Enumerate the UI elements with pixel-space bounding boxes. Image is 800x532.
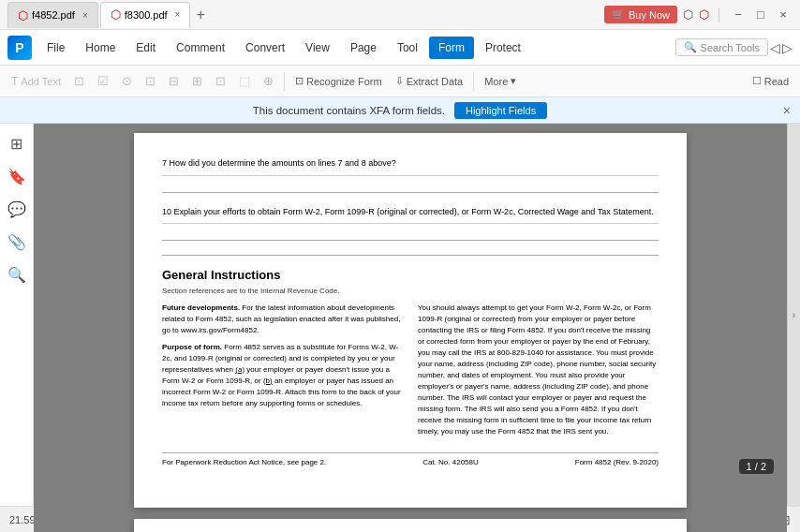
toolbar-icon-btn-4[interactable]: ⊡ <box>140 71 161 91</box>
toolbar-icon-btn-2[interactable]: ☑ <box>92 71 114 91</box>
tab-icon2: ⬡ <box>111 7 121 22</box>
pdf-footer: For Paperwork Reduction Act Notice, see … <box>162 452 659 467</box>
maximize-button[interactable]: □ <box>751 7 770 22</box>
title-bar-left: ⬡ f4852.pdf × ⬡ f8300.pdf × + <box>7 2 209 28</box>
close-button[interactable]: × <box>774 7 793 22</box>
menu-bar: P File Home Edit Comment Convert View Pa… <box>0 30 800 66</box>
toolbar-icon-btn-5[interactable]: ⊟ <box>163 71 185 91</box>
tab-close-1[interactable]: × <box>82 10 88 21</box>
pdf-page-2: Form 4852 (Rev. 9-2020) Page 2 If you re… <box>134 519 687 532</box>
notification-bar: This document contains XFA form fields. … <box>0 97 800 124</box>
toolbar-icon-btn-7[interactable]: ⊡ <box>210 71 231 91</box>
more-button[interactable]: More ▾ <box>479 72 522 90</box>
nav-back-icon[interactable]: ◁ <box>770 40 780 55</box>
add-text-icon: T <box>11 75 18 88</box>
footer-right: Form 4852 (Rev. 9-2020) <box>575 457 659 467</box>
title-bar-right: 🛒 Buy Now ⬡ ⬡ − □ × <box>604 6 793 23</box>
toolbar-icon-2: ⬡ <box>699 7 709 22</box>
extract-icon: ⇩ <box>395 75 404 87</box>
tab-label2: f8300.pdf <box>125 9 168 21</box>
nav-forward-icon[interactable]: ▷ <box>782 40 793 55</box>
toolbar: T Add Text ⊡ ☑ ⊙ ⊡ ⊟ ⊞ ⊡ ⬚ ⊕ ⊡ Recognize… <box>0 66 800 97</box>
toolbar-icon-btn-6[interactable]: ⊞ <box>186 71 208 91</box>
sidebar-search-icon[interactable]: 🔍 <box>4 262 30 288</box>
tab-icon: ⬡ <box>18 8 28 22</box>
sidebar-bookmarks-icon[interactable]: 🔖 <box>4 164 30 189</box>
gi-right-column: You should always attempt to get your Fo… <box>418 303 659 437</box>
footer-center: Cat. No. 42058U <box>422 457 479 467</box>
window-controls: − □ × <box>729 7 793 22</box>
menu-view[interactable]: View <box>296 37 339 59</box>
notification-message: This document contains XFA form fields. <box>253 105 445 116</box>
notification-close-button[interactable]: × <box>783 103 791 118</box>
minimize-button[interactable]: − <box>729 7 748 22</box>
footer-left: For Paperwork Reduction Act Notice, see … <box>162 457 326 467</box>
add-text-button[interactable]: T Add Text <box>6 72 67 91</box>
gi-subtitle: Section references are to the Internal R… <box>162 286 659 296</box>
title-bar: ⬡ f4852.pdf × ⬡ f8300.pdf × + 🛒 Buy Now … <box>0 0 800 30</box>
gi-right-text: You should always attempt to get your Fo… <box>418 303 656 436</box>
tab-f8300[interactable]: ⬡ f8300.pdf × <box>100 2 191 28</box>
tab-label: f4852.pdf <box>32 9 75 21</box>
pdf-wrapper: 7 How did you determine the amounts on l… <box>34 124 787 506</box>
menu-page[interactable]: Page <box>341 37 386 59</box>
toolbar-separator-title <box>719 7 719 22</box>
recognize-icon: ⊡ <box>295 75 304 87</box>
menu-convert[interactable]: Convert <box>236 37 294 59</box>
tab-f4852[interactable]: ⬡ f4852.pdf × <box>7 2 98 28</box>
menu-tool[interactable]: Tool <box>388 37 427 59</box>
recognize-form-button[interactable]: ⊡ Recognize Form <box>289 72 388 90</box>
pdf-question-10: 10 Explain your efforts to obtain Form W… <box>162 200 659 225</box>
purpose-term: Purpose of form. <box>162 343 222 351</box>
general-instructions: General Instructions Section references … <box>162 267 659 436</box>
extract-data-button[interactable]: ⇩ Extract Data <box>390 72 469 90</box>
menu-edit[interactable]: Edit <box>126 37 165 59</box>
right-panel-toggle[interactable]: › <box>787 124 800 506</box>
toolbar-icon-btn-8[interactable]: ⬚ <box>233 71 256 91</box>
sidebar-thumbnails-icon[interactable]: ⊞ <box>7 131 26 156</box>
pdf-question-7: 7 How did you determine the amounts on l… <box>162 152 659 176</box>
highlight-fields-button[interactable]: Highlight Fields <box>454 102 547 119</box>
read-checkbox-icon: ☐ <box>752 75 762 87</box>
purpose-text: Form 4852 serves as a substitute for For… <box>162 343 401 407</box>
menu-home[interactable]: Home <box>76 37 125 59</box>
tab-close-2[interactable]: × <box>175 9 181 20</box>
sidebar-attachments-icon[interactable]: 📎 <box>4 229 30 255</box>
future-dev-term: Future developments. <box>162 303 240 312</box>
tab-group: ⬡ f4852.pdf × ⬡ f8300.pdf × + <box>7 2 209 28</box>
search-icon: 🔍 <box>684 41 697 53</box>
gi-title: General Instructions <box>162 267 659 284</box>
menu-file[interactable]: File <box>37 37 74 59</box>
menu-protect[interactable]: Protect <box>476 37 530 59</box>
more-chevron-icon: ▾ <box>511 75 516 87</box>
left-sidebar: ⊞ 🔖 💬 📎 🔍 <box>0 124 34 506</box>
add-tab-button[interactable]: + <box>192 7 208 23</box>
pdf-area[interactable]: 7 How did you determine the amounts on l… <box>34 124 787 532</box>
pdf-page-1: 7 How did you determine the amounts on l… <box>134 133 687 508</box>
app-logo: P <box>7 36 32 60</box>
search-tools-label: Search Tools <box>701 42 760 53</box>
gi-left-column: Future developments. For the latest info… <box>162 303 403 437</box>
menu-form[interactable]: Form <box>429 37 474 59</box>
read-button[interactable]: ☐ Read <box>747 72 794 90</box>
toolbar-icon-btn-3[interactable]: ⊙ <box>116 71 138 91</box>
toolbar-icon-btn-1[interactable]: ⊡ <box>68 71 90 91</box>
menu-comment[interactable]: Comment <box>167 37 234 59</box>
sidebar-comments-icon[interactable]: 💬 <box>4 197 30 222</box>
toolbar-icon-1: ⬡ <box>683 7 693 22</box>
page-badge: 1 / 2 <box>739 459 774 474</box>
buy-now-button[interactable]: 🛒 Buy Now <box>604 6 677 23</box>
cart-icon: 🛒 <box>612 8 625 21</box>
toolbar-icon-btn-9[interactable]: ⊕ <box>258 71 279 91</box>
